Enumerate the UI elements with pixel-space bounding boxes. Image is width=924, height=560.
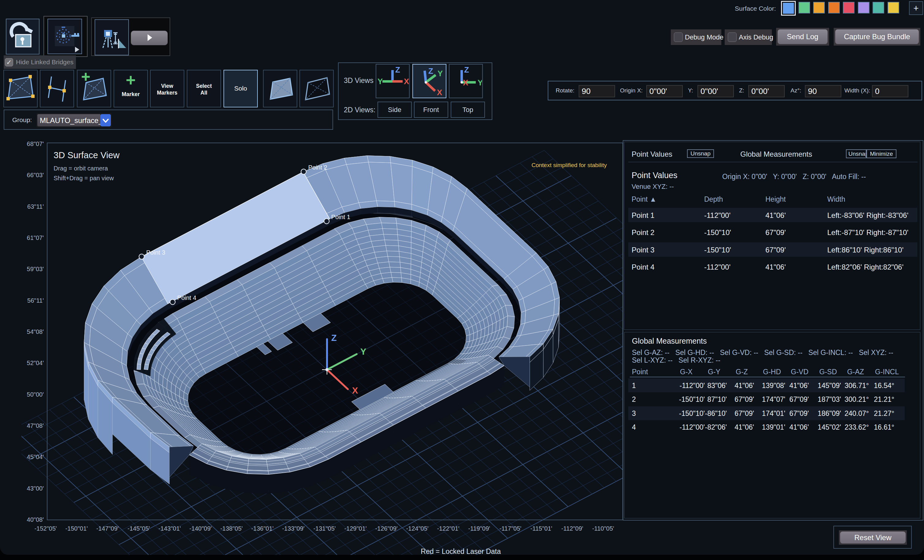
svg-text:X: X — [352, 386, 358, 395]
svg-text:Marker: Marker — [122, 91, 140, 97]
svg-text:X: X — [437, 88, 442, 97]
svg-text:Point 3: Point 3 — [146, 249, 165, 256]
svg-text:Point 2: Point 2 — [308, 164, 327, 171]
svg-text:Z: Z — [464, 65, 469, 74]
svg-text:Y: Y — [438, 69, 443, 78]
svg-text:Y: Y — [478, 78, 482, 87]
svg-text:Point 4: Point 4 — [177, 294, 196, 301]
svg-text:Z: Z — [428, 66, 433, 76]
svg-text:Y: Y — [360, 347, 366, 356]
svg-text:Z: Z — [331, 333, 337, 343]
svg-text:Z: Z — [395, 65, 400, 74]
svg-text:X: X — [404, 77, 409, 86]
svg-text:Y: Y — [378, 77, 383, 86]
svg-text:Point 1: Point 1 — [331, 214, 350, 220]
svg-text:X: X — [463, 78, 468, 87]
